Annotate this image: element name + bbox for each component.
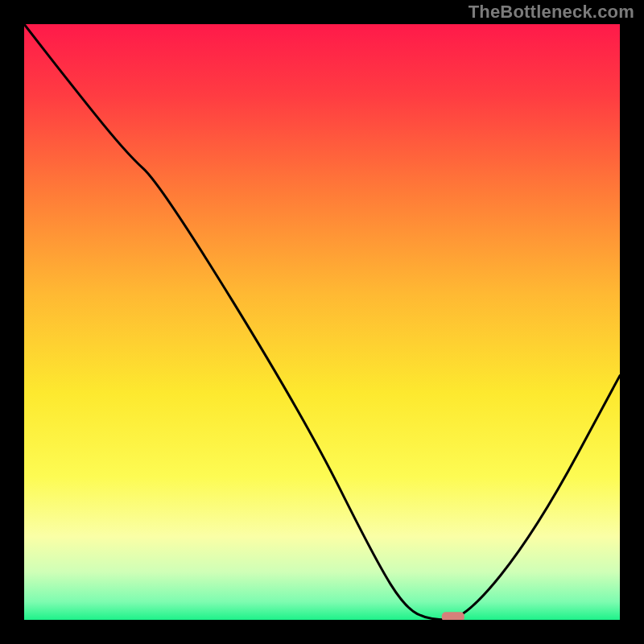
chart-root: TheBottleneck.com bbox=[0, 0, 644, 644]
chart-svg bbox=[24, 24, 620, 620]
plot-area bbox=[24, 24, 620, 620]
chart-background bbox=[24, 24, 620, 620]
optimal-marker bbox=[442, 612, 464, 620]
attribution-label: TheBottleneck.com bbox=[469, 2, 634, 23]
